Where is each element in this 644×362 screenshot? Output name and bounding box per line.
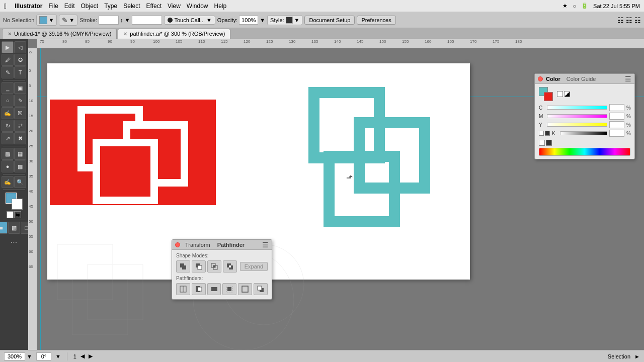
default-colors-btn[interactable] [7,211,14,218]
warp-tool[interactable]: ✖ [14,132,26,144]
pathfinder-close[interactable] [175,242,180,247]
swap-colors-btn[interactable]: ⇆ [14,211,21,218]
slider-k-track[interactable] [560,131,607,135]
expand-button[interactable]: Expand [240,262,268,271]
color-panel-menu[interactable]: ☰ [625,75,631,83]
k-icon-white[interactable] [539,131,544,136]
style-chevron[interactable]: ▼ [294,17,300,23]
more-tools[interactable]: … [11,236,18,244]
zoom-chevron[interactable]: ▼ [27,353,32,359]
rotate-input[interactable] [36,352,51,360]
zoom-input[interactable] [4,352,25,360]
hand-tool[interactable]: ✍ [2,176,14,188]
direct-selection-tool[interactable]: ◁ [14,41,26,53]
pathfinder-tab[interactable]: Pathfinder [215,241,247,249]
zoom-tool[interactable]: 🔍 [14,176,26,188]
trim-btn[interactable] [192,283,206,295]
selection-tool[interactable]: ▶ [2,41,14,53]
stroke-chevron2[interactable]: ▼ [125,17,130,23]
magic-wand-tool[interactable]: ✪ [14,54,26,66]
menu-object[interactable]: Object [81,3,99,10]
input-y[interactable] [609,121,624,128]
ellipse-tool[interactable]: ○ [2,95,14,107]
tab-untitled[interactable]: ✕ Untitled-1* @ 39.16 % (CMYK/Preview) [2,29,117,39]
color-mode-2[interactable] [564,91,570,97]
type-tool[interactable]: T [14,66,26,78]
scale-tool[interactable]: ↗ [2,132,14,144]
stroke-input[interactable] [99,16,119,25]
stroke-color-swatch[interactable] [12,199,23,210]
arrange-icon3[interactable]: ☷ [634,16,641,24]
opacity-chevron[interactable]: ▼ [260,17,265,23]
exclude-btn[interactable] [223,260,237,273]
slider-m-track[interactable] [547,114,607,118]
color-mode-1[interactable] [557,91,563,97]
fill-chevron[interactable]: ▼ [48,17,54,23]
crop-btn[interactable] [222,283,236,295]
pathfinder-menu[interactable]: ☰ [262,241,269,249]
mini-swatch-white[interactable] [539,140,545,146]
pen-tool[interactable]: ✎ [2,66,14,78]
artboard-prev[interactable]: ◀ [80,353,85,359]
unite-btn[interactable] [176,260,190,273]
k-icon-black[interactable] [545,131,550,136]
outline-btn[interactable] [238,283,252,295]
arrange-icon1[interactable]: ☷ [617,16,624,24]
menu-select[interactable]: Select [123,3,140,10]
lasso-tool[interactable]: 🖉 [2,54,14,66]
bg-color-indicator[interactable] [544,92,553,101]
menu-effect[interactable]: Effect [146,3,162,10]
slider-c-track[interactable] [547,106,607,110]
status-play[interactable]: ► [634,353,640,359]
divide-btn[interactable] [176,283,190,295]
apple-menu[interactable]:  [4,2,7,10]
fill-swatch[interactable] [39,16,47,24]
minus-front-btn[interactable] [192,260,206,273]
line-tool[interactable]: ⎯ [2,82,14,94]
menu-type[interactable]: Type [104,3,117,10]
color-guide-tab[interactable]: Color Guide [567,76,596,82]
bar-chart-tool[interactable]: ▩ [14,160,26,172]
eraser-tool[interactable]: ☒ [14,107,26,119]
preferences-button[interactable]: Preferences [357,16,395,25]
color-mode-btn[interactable]: ■ [0,222,8,234]
tab-close-untitled[interactable]: ✕ [8,31,12,37]
opacity-input[interactable] [239,16,258,25]
menu-view[interactable]: View [168,3,181,10]
input-m[interactable] [609,113,624,120]
intersect-btn[interactable] [207,260,221,273]
stroke-arrows[interactable]: ↕ [120,17,123,23]
stroke-chevron[interactable]: ▼ [69,17,74,23]
menu-file[interactable]: File [48,3,58,10]
color-panel-close[interactable] [538,76,543,81]
paint-bucket-tool[interactable]: ● [2,160,14,172]
arrange-icon2[interactable]: ☷ [626,16,632,24]
gradient-tool[interactable]: ▩ [2,148,14,160]
mesh-tool[interactable]: ▦ [14,148,26,160]
menu-window[interactable]: Window [187,3,208,10]
color-gradient-bar[interactable] [539,148,630,156]
tab-pathfinder[interactable]: ✕ pathfinder.ai* @ 300 % (RGB/Preview) [118,29,230,39]
input-k[interactable] [609,130,624,137]
rotate-chevron[interactable]: ▼ [55,353,61,359]
gradient-mode-btn[interactable]: ▩ [8,222,20,234]
slider-y-track[interactable] [547,123,607,127]
tab-close-pathfinder[interactable]: ✕ [123,31,127,37]
minus-back-btn[interactable] [254,283,268,295]
rotate-tool[interactable]: ↻ [2,120,14,132]
brush-tool[interactable]: ✎ [14,95,26,107]
doc-setup-button[interactable]: Document Setup [304,16,355,25]
merge-btn[interactable] [207,283,221,295]
touch-chevron[interactable]: ▼ [206,17,212,23]
color-tab-active[interactable]: Color [546,76,560,82]
touch-call-button[interactable]: Touch Call... ▼ [164,16,215,25]
transform-tab[interactable]: Transform [183,241,212,249]
fill-swatch-area[interactable]: ▼ [36,15,57,26]
artboard-next[interactable]: ▶ [89,353,93,359]
input-c[interactable] [609,104,624,111]
style-button[interactable]: Style: ▼ [267,15,302,25]
menu-help[interactable]: Help [214,3,227,10]
reflect-tool[interactable]: ⇄ [14,120,26,132]
stroke-selector[interactable]: ✎ ▼ [59,15,77,26]
rect-tool[interactable]: ▣ [14,82,26,94]
